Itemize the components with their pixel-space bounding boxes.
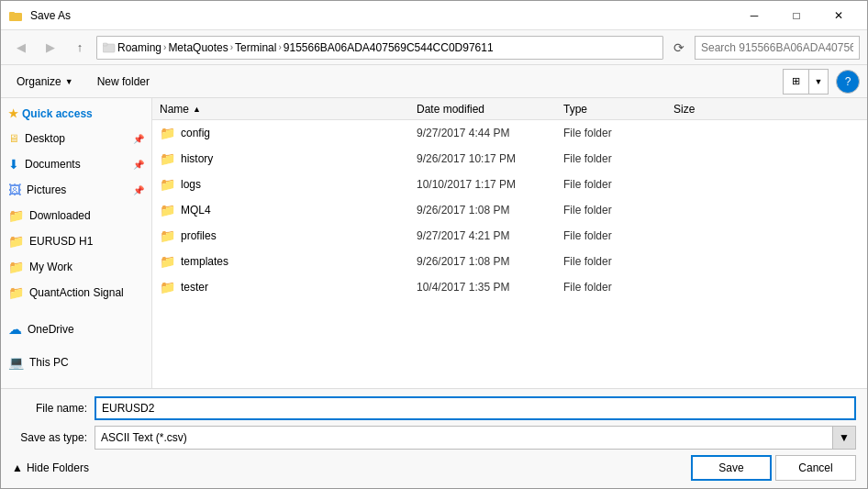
pictures-icon: 🖼 bbox=[8, 183, 21, 197]
file-row-tester[interactable]: 📁 tester 10/4/2017 1:35 PM File folder bbox=[152, 274, 867, 300]
column-name[interactable]: Name ▲ bbox=[160, 103, 417, 116]
refresh-button[interactable]: ⟳ bbox=[667, 36, 691, 60]
back-icon: ◀ bbox=[17, 40, 26, 54]
back-button[interactable]: ◀ bbox=[8, 36, 34, 60]
maximize-button[interactable]: □ bbox=[775, 1, 818, 30]
breadcrumb-metaquotes[interactable]: MetaQuotes › bbox=[168, 41, 233, 54]
forward-icon: ▶ bbox=[46, 40, 55, 54]
filetype-label: Save as type: bbox=[12, 431, 95, 444]
folder-icon-templates: 📁 bbox=[160, 254, 175, 269]
minimize-button[interactable]: ─ bbox=[733, 1, 775, 30]
main-content: ★ Quick access 🖥 Desktop 📌 ⬇ Documents 📌… bbox=[1, 98, 867, 388]
eurusd-folder-icon: 📁 bbox=[8, 234, 24, 249]
up-button[interactable]: ↑ bbox=[67, 36, 93, 60]
title-bar: Save As ─ □ ✕ bbox=[1, 1, 867, 30]
up-icon: ↑ bbox=[77, 40, 83, 54]
help-icon: ? bbox=[845, 75, 851, 88]
sidebar-item-eurusd[interactable]: 📁 EURUSD H1 bbox=[1, 228, 151, 254]
file-row-profiles[interactable]: 📁 profiles 9/27/2017 4:21 PM File folder bbox=[152, 223, 867, 249]
documents-icon: ⬇ bbox=[8, 157, 19, 172]
save-button[interactable]: Save bbox=[691, 455, 772, 481]
folder-icon-tester: 📁 bbox=[160, 280, 175, 295]
sidebar-pictures-label: Pictures bbox=[27, 183, 66, 196]
sidebar: ★ Quick access 🖥 Desktop 📌 ⬇ Documents 📌… bbox=[1, 98, 152, 388]
sidebar-item-thispc[interactable]: 💻 This PC bbox=[1, 350, 151, 375]
sidebar-item-mywork[interactable]: 📁 My Work bbox=[1, 254, 151, 280]
title-bar-left: Save As bbox=[8, 8, 71, 23]
title-bar-controls: ─ □ ✕ bbox=[733, 1, 860, 30]
quick-access-header: ★ Quick access bbox=[1, 102, 151, 126]
refresh-icon: ⟳ bbox=[673, 40, 684, 55]
pin-icon-documents: 📌 bbox=[133, 160, 144, 170]
filename-row: File name: bbox=[12, 396, 856, 420]
column-type[interactable]: Type bbox=[563, 103, 673, 116]
breadcrumb-terminal[interactable]: Terminal › bbox=[235, 41, 282, 54]
cancel-button[interactable]: Cancel bbox=[775, 455, 856, 481]
forward-button[interactable]: ▶ bbox=[38, 36, 63, 60]
hide-folders-label: Hide Folders bbox=[27, 461, 89, 474]
breadcrumb-folder-id[interactable]: 915566BA06ADA407569C544CC0D97611 bbox=[284, 41, 494, 54]
bottom-bar: File name: Save as type: ASCII Text (*.c… bbox=[1, 388, 867, 488]
file-row-config[interactable]: 📁 config 9/27/2017 4:44 PM File folder bbox=[152, 120, 867, 146]
star-icon: ★ bbox=[8, 107, 18, 120]
sidebar-documents-label: Documents bbox=[25, 158, 81, 171]
hide-icon: ▲ bbox=[12, 461, 23, 474]
filename-input[interactable] bbox=[95, 396, 856, 420]
file-row-templates[interactable]: 📁 templates 9/26/2017 1:08 PM File folde… bbox=[152, 249, 867, 274]
sidebar-eurusd-label: EURUSD H1 bbox=[29, 235, 93, 248]
folder-icon-profiles: 📁 bbox=[160, 228, 175, 243]
file-row-logs[interactable]: 📁 logs 10/10/2017 1:17 PM File folder bbox=[152, 172, 867, 197]
desktop-folder-icon: 🖥 bbox=[8, 132, 19, 145]
column-date[interactable]: Date modified bbox=[417, 103, 563, 116]
view-grid-icon: ⊞ bbox=[792, 75, 800, 87]
new-folder-button[interactable]: New folder bbox=[89, 70, 158, 94]
folder-icon-history: 📁 bbox=[160, 151, 175, 166]
sidebar-thispc-label: This PC bbox=[29, 356, 69, 369]
quick-access-label: Quick access bbox=[22, 107, 93, 120]
save-as-dialog: Save As ─ □ ✕ ◀ ▶ ↑ Roaming › bbox=[0, 0, 868, 489]
help-button[interactable]: ? bbox=[836, 70, 860, 94]
view-toggle-button[interactable]: ⊞ bbox=[784, 70, 809, 94]
sidebar-onedrive-label: OneDrive bbox=[28, 323, 74, 336]
sidebar-item-desktop[interactable]: 🖥 Desktop 📌 bbox=[1, 126, 151, 151]
file-row-mql4[interactable]: 📁 MQL4 9/26/2017 1:08 PM File folder bbox=[152, 197, 867, 223]
filename-label: File name: bbox=[12, 402, 95, 415]
button-row: ▲ Hide Folders Save Cancel bbox=[12, 455, 856, 481]
pin-icon-desktop: 📌 bbox=[133, 134, 144, 144]
svg-rect-1 bbox=[9, 12, 15, 15]
search-input[interactable] bbox=[695, 36, 860, 60]
dialog-icon bbox=[8, 8, 23, 23]
thispc-icon: 💻 bbox=[8, 355, 24, 370]
file-row-history[interactable]: 📁 history 9/26/2017 10:17 PM File folder bbox=[152, 146, 867, 172]
sidebar-mywork-label: My Work bbox=[29, 261, 72, 273]
breadcrumb-folder-icon bbox=[103, 41, 116, 54]
filetype-select-wrapper: ASCII Text (*.csv) ▼ bbox=[95, 426, 856, 450]
breadcrumb-roaming[interactable]: Roaming › bbox=[117, 41, 166, 54]
view-dropdown-button[interactable]: ▼ bbox=[809, 70, 828, 94]
filetype-select[interactable]: ASCII Text (*.csv) bbox=[95, 426, 856, 450]
folder-icon-mql4: 📁 bbox=[160, 203, 175, 217]
sidebar-item-onedrive[interactable]: ☁ OneDrive bbox=[1, 317, 151, 342]
onedrive-icon: ☁ bbox=[8, 321, 22, 338]
filetype-row: Save as type: ASCII Text (*.csv) ▼ bbox=[12, 426, 856, 450]
hide-folders-button[interactable]: ▲ Hide Folders bbox=[12, 461, 89, 474]
organize-button[interactable]: Organize ▼ bbox=[8, 70, 82, 94]
sidebar-item-quantaction[interactable]: 📁 QuantAction Signal bbox=[1, 280, 151, 306]
organize-chevron-icon: ▼ bbox=[65, 77, 73, 86]
breadcrumb-bar[interactable]: Roaming › MetaQuotes › Terminal › 915566… bbox=[96, 36, 663, 60]
svg-rect-3 bbox=[103, 43, 107, 46]
file-list-header: Name ▲ Date modified Type Size bbox=[152, 98, 867, 120]
folder-icon-config: 📁 bbox=[160, 126, 175, 140]
view-chevron-icon: ▼ bbox=[815, 77, 823, 86]
pin-icon-pictures: 📌 bbox=[133, 185, 144, 195]
downloaded-folder-icon: 📁 bbox=[8, 208, 24, 223]
sidebar-item-documents[interactable]: ⬇ Documents 📌 bbox=[1, 151, 151, 177]
sidebar-item-pictures[interactable]: 🖼 Pictures 📌 bbox=[1, 177, 151, 203]
dialog-title: Save As bbox=[30, 9, 71, 22]
folder-icon-logs: 📁 bbox=[160, 177, 175, 192]
organize-label: Organize bbox=[17, 75, 61, 88]
sidebar-item-downloaded[interactable]: 📁 Downloaded bbox=[1, 203, 151, 228]
close-button[interactable]: ✕ bbox=[818, 1, 860, 30]
file-list: Name ▲ Date modified Type Size 📁 config bbox=[152, 98, 867, 388]
column-size[interactable]: Size bbox=[673, 103, 747, 116]
